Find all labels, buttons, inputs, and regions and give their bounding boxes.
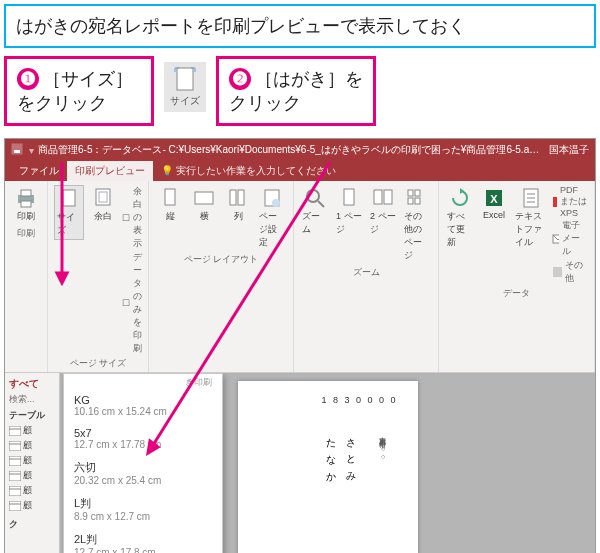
svg-rect-10: [63, 190, 75, 206]
size-option-dim: 12.7 cm x 17.78 cm: [74, 439, 212, 450]
ribbon-group-pagesize-label: ページ サイズ: [70, 357, 127, 370]
size-dropdown-header: き印刷: [64, 374, 222, 389]
svg-rect-22: [374, 190, 382, 204]
nav-all-objects[interactable]: すべて: [9, 377, 55, 391]
nav-table-item[interactable]: 顧: [9, 439, 55, 452]
magnifier-icon: [304, 187, 326, 209]
nav-search[interactable]: 検索...: [9, 393, 55, 406]
nav-table-item[interactable]: 顧: [9, 484, 55, 497]
size-option-2L判[interactable]: 2L判12.7 cm x 17.8 cm: [64, 527, 222, 553]
svg-rect-24: [408, 190, 413, 196]
ribbon-group-pagesize: サイズ 余白 ☐余白の表示 ☐データのみを印刷 ページ サイズ: [48, 181, 149, 372]
size-option-name: 六切: [74, 460, 212, 475]
size-option-L判[interactable]: L判8.9 cm x 12.7 cm: [64, 491, 222, 527]
size-option-KG[interactable]: KG10.16 cm x 15.24 cm: [64, 389, 222, 422]
print-button[interactable]: 印刷: [11, 185, 41, 225]
ribbon-group-print: 印刷 印刷: [5, 181, 48, 372]
size-label: サイズ: [57, 211, 81, 237]
size-option-name: KG: [74, 394, 212, 406]
two-pages-icon: [372, 187, 394, 209]
svg-rect-23: [384, 190, 392, 204]
nav-tables-group[interactable]: テーブル: [9, 409, 55, 422]
pdf-xps-button[interactable]: PDF または XPS: [552, 185, 588, 218]
tell-me-search[interactable]: 💡 実行したい作業を入力してください: [153, 161, 344, 181]
instruction-callout-top: はがきの宛名レポートを印刷プレビューで表示しておく: [4, 4, 596, 48]
svg-rect-11: [96, 189, 110, 205]
more-pages-icon: [406, 187, 428, 209]
two-pages-button[interactable]: 2 ページ: [368, 185, 398, 238]
refresh-icon: [449, 187, 471, 209]
svg-rect-25: [415, 190, 420, 196]
svg-rect-13: [165, 189, 175, 205]
printer-icon: [14, 187, 38, 209]
svg-rect-26: [408, 198, 413, 204]
svg-rect-0: [177, 68, 193, 90]
zoom-button[interactable]: ズーム: [300, 185, 330, 238]
table-icon: [9, 471, 21, 481]
user-name: 国本温子: [549, 143, 589, 157]
nav-table-item[interactable]: 顧: [9, 454, 55, 467]
margin-icon: [92, 187, 114, 209]
ribbon-group-layout-label: ページ レイアウト: [184, 253, 259, 266]
nav-table-item[interactable]: 顧: [9, 424, 55, 437]
size-option-dim: 12.7 cm x 17.8 cm: [74, 547, 212, 553]
nav-table-item[interactable]: 顧: [9, 469, 55, 482]
ribbon-group-layout: 縦 横 列 ページ設定 ページ レイアウト: [149, 181, 294, 372]
ribbon-tabbar: ファイル 印刷プレビュー 💡 実行したい作業を入力してください: [5, 161, 595, 181]
svg-rect-46: [9, 486, 21, 496]
nav-table-item[interactable]: 顧: [9, 499, 55, 512]
text-file-button[interactable]: テキストファイル: [513, 185, 548, 251]
size-button[interactable]: サイズ: [54, 185, 84, 240]
print-label: 印刷: [17, 210, 35, 223]
data-export-options: PDF または XPS 電子メール その他: [552, 185, 588, 285]
ribbon-group-data: すべて更新 X Excel テキストファイル PDF または XPS 電子メール…: [439, 181, 595, 372]
size-option-5x7[interactable]: 5x712.7 cm x 17.78 cm: [64, 422, 222, 455]
postcard-page: 1 8 3 0 0 0 0 東京都府中市○○○ たなか さとみ 様: [238, 381, 418, 553]
size-dropdown: き印刷 KG10.16 cm x 15.24 cm5x712.7 cm x 17…: [63, 373, 223, 553]
svg-point-18: [272, 199, 280, 207]
print-data-only-checkbox[interactable]: ☐データのみを印刷: [122, 251, 142, 355]
page-setup-button[interactable]: ページ設定: [257, 185, 287, 251]
size-option-dim: 20.32 cm x 25.4 cm: [74, 475, 212, 486]
tab-file[interactable]: ファイル: [11, 161, 67, 181]
landscape-icon: [193, 187, 215, 209]
other-export-button[interactable]: その他: [552, 259, 588, 285]
svg-rect-8: [21, 190, 31, 196]
pdf-icon: [552, 196, 557, 208]
svg-rect-16: [238, 190, 244, 205]
landscape-button[interactable]: 横: [189, 185, 219, 225]
size-option-name: L判: [74, 496, 212, 511]
navigation-pane[interactable]: すべて 検索... テーブル 顧 顧 顧 顧 顧 顧 ク: [5, 373, 60, 553]
margin-label: 余白: [94, 210, 112, 223]
svg-point-19: [307, 190, 319, 202]
email-button[interactable]: 電子メール: [552, 219, 588, 258]
svg-rect-9: [21, 201, 31, 207]
refresh-all-button[interactable]: すべて更新: [445, 185, 475, 251]
lightbulb-icon: 💡: [161, 165, 173, 176]
excel-icon: X: [483, 187, 505, 209]
size-option-name: 2L判: [74, 532, 212, 547]
excel-button[interactable]: X Excel: [479, 185, 509, 222]
portrait-button[interactable]: 縦: [155, 185, 185, 225]
nav-queries-group[interactable]: ク: [9, 518, 55, 531]
columns-button[interactable]: 列: [223, 185, 253, 225]
margin-button[interactable]: 余白: [88, 185, 118, 225]
size-option-六切[interactable]: 六切20.32 cm x 25.4 cm: [64, 455, 222, 491]
ribbon-group-zoom-label: ズーム: [353, 266, 380, 279]
show-margin-checkbox[interactable]: ☐余白の表示: [122, 185, 142, 250]
table-icon: [9, 456, 21, 466]
table-icon: [9, 426, 21, 436]
other-icon: [552, 266, 562, 278]
save-icon[interactable]: [11, 143, 25, 157]
annotation-1-badge: ❶: [17, 68, 39, 90]
annotation-2: ❷［はがき］をクリック: [216, 56, 376, 126]
more-pages-button[interactable]: その他のページ: [402, 185, 432, 264]
recipient-name-2: さとみ: [344, 431, 358, 482]
one-page-button[interactable]: 1 ページ: [334, 185, 364, 238]
svg-rect-21: [344, 189, 354, 205]
tab-print-preview[interactable]: 印刷プレビュー: [67, 161, 153, 181]
page-size-icon: [171, 66, 199, 94]
window-title: 商品管理6-5：データベース- C:¥Users¥Kaori¥Documents…: [38, 143, 543, 157]
one-page-icon: [340, 187, 358, 209]
svg-marker-28: [460, 188, 464, 194]
